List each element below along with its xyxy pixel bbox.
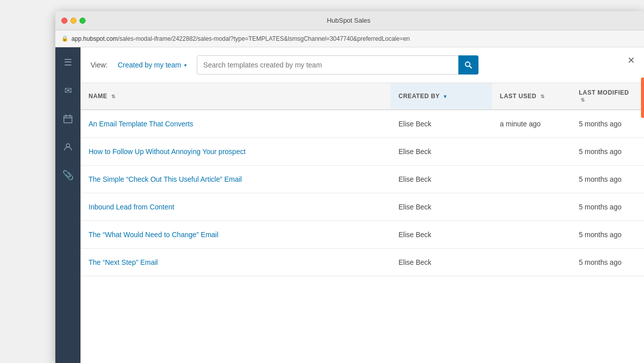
attachment-icon[interactable]: 📎 [59, 166, 77, 184]
cell-template-name: How to Follow Up Without Annoying Your p… [80, 138, 390, 166]
url-path: /sales-modal-iframe/2422882/sales-modal?… [118, 35, 410, 42]
last-used-sort-icon: ⇅ [540, 94, 545, 99]
table-row: An Email Template That ConvertsElise Bec… [80, 110, 644, 138]
created-by-sort-icon: ▾ [444, 94, 447, 99]
column-header-name[interactable]: NAME ⇅ [80, 83, 390, 110]
cell-created-by: Elise Beck [390, 193, 492, 221]
column-header-last-modified[interactable]: LAST MODIFIED ⇅ [571, 83, 644, 110]
column-header-created-by[interactable]: CREATED BY ▾ [390, 83, 492, 110]
cell-last-modified: 5 months ago [571, 138, 644, 166]
cell-template-name: The “Next Step” Email [80, 249, 390, 276]
cell-last-used [492, 138, 571, 166]
templates-table: NAME ⇅ CREATED BY ▾ LAST USED ⇅ [80, 83, 644, 276]
name-sort-icon: ⇅ [111, 94, 116, 99]
right-scrollbar-indicator [641, 78, 644, 118]
template-link[interactable]: How to Follow Up Without Annoying Your p… [89, 148, 246, 156]
url-domain: app.hubspot.com [71, 35, 118, 42]
view-dropdown[interactable]: Created by my team ▾ [118, 61, 187, 69]
template-link[interactable]: The “Next Step” Email [89, 258, 158, 266]
left-sidebar: ☰ ✉ 📎 [55, 47, 80, 363]
search-input[interactable] [197, 55, 478, 75]
table-row: The “Next Step” EmailElise Beck5 months … [80, 249, 644, 276]
cell-last-modified: 5 months ago [571, 193, 644, 221]
last-modified-sort-icon: ⇅ [581, 97, 585, 103]
cell-last-modified: 5 months ago [571, 110, 644, 138]
cell-created-by: Elise Beck [390, 138, 492, 166]
calendar-icon[interactable] [59, 110, 77, 128]
template-link[interactable]: Inbound Lead from Content [89, 203, 174, 211]
svg-line-6 [469, 66, 471, 68]
template-link[interactable]: The Simple “Check Out This Useful Articl… [89, 175, 242, 183]
search-button[interactable] [458, 55, 478, 75]
cell-created-by: Elise Beck [390, 249, 492, 276]
cell-template-name: An Email Template That Converts [80, 110, 390, 138]
close-button[interactable]: ✕ [624, 53, 638, 67]
table-row: Inbound Lead from ContentElise Beck5 mon… [80, 193, 644, 221]
table-row: The “What Would Need to Change” EmailEli… [80, 221, 644, 249]
browser-addressbar: 🔒 app.hubspot.com/sales-modal-iframe/242… [55, 30, 644, 47]
browser-title: HubSpot Sales [59, 17, 638, 24]
mail-icon[interactable]: ✉ [59, 82, 77, 100]
cell-created-by: Elise Beck [390, 110, 492, 138]
cell-last-used [492, 193, 571, 221]
column-header-last-used[interactable]: LAST USED ⇅ [492, 83, 571, 110]
modal: ✕ View: Created by my team ▾ [80, 47, 644, 363]
table-header-row: NAME ⇅ CREATED BY ▾ LAST USED ⇅ [80, 83, 644, 110]
table-row: How to Follow Up Without Annoying Your p… [80, 138, 644, 166]
cell-last-used [492, 166, 571, 193]
svg-rect-0 [64, 116, 72, 123]
cell-template-name: The Simple “Check Out This Useful Articl… [80, 166, 390, 193]
chevron-down-icon: ▾ [184, 62, 187, 68]
template-link[interactable]: The “What Would Need to Change” Email [89, 231, 218, 239]
cell-last-used [492, 249, 571, 276]
users-icon[interactable] [59, 138, 77, 156]
search-container [197, 55, 478, 75]
cell-last-used: a minute ago [492, 110, 571, 138]
modal-header: View: Created by my team ▾ [80, 47, 644, 83]
view-label: View: [91, 61, 108, 69]
modal-area: ☰ ✉ 📎 ✕ [55, 47, 644, 363]
menu-icon[interactable]: ☰ [59, 53, 77, 71]
table-container[interactable]: NAME ⇅ CREATED BY ▾ LAST USED ⇅ [80, 83, 644, 363]
cell-created-by: Elise Beck [390, 166, 492, 193]
cell-template-name: The “What Would Need to Change” Email [80, 221, 390, 249]
cell-last-used [492, 221, 571, 249]
view-dropdown-text: Created by my team [118, 61, 181, 69]
cell-last-modified: 5 months ago [571, 166, 644, 193]
cell-template-name: Inbound Lead from Content [80, 193, 390, 221]
browser-titlebar: HubSpot Sales [55, 11, 644, 30]
lock-icon: 🔒 [61, 35, 68, 42]
template-link[interactable]: An Email Template That Converts [89, 120, 193, 128]
cell-last-modified: 5 months ago [571, 221, 644, 249]
table-row: The Simple “Check Out This Useful Articl… [80, 166, 644, 193]
url-text: app.hubspot.com/sales-modal-iframe/24228… [71, 35, 410, 42]
browser-window: HubSpot Sales 🔒 app.hubspot.com/sales-mo… [55, 11, 644, 363]
cell-last-modified: 5 months ago [571, 249, 644, 276]
cell-created-by: Elise Beck [390, 221, 492, 249]
